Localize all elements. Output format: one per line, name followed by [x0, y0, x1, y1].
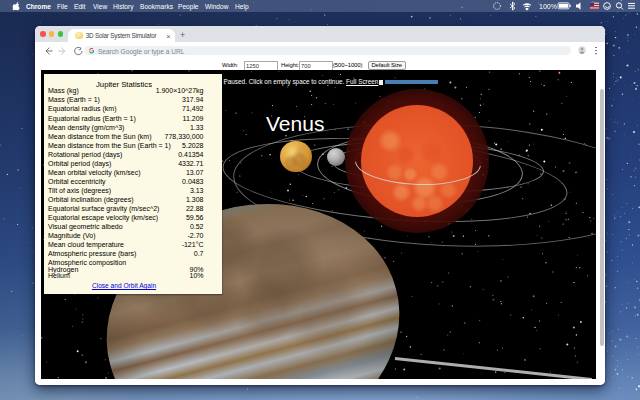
svg-text:100%: 100% — [539, 3, 557, 10]
